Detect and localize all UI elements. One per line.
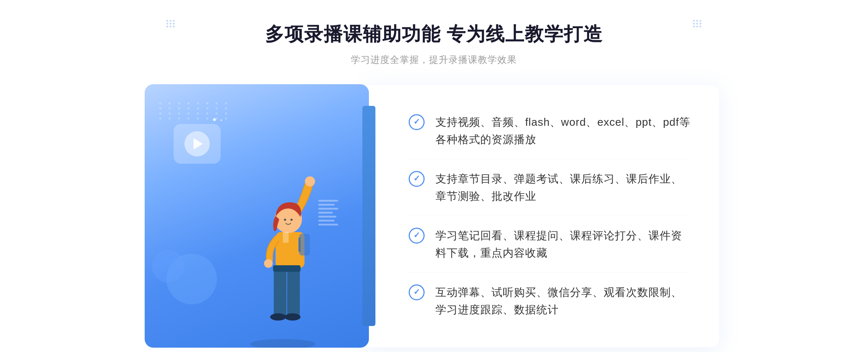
header-section: 多项录播课辅助功能 专为线上教学打造 学习进度全掌握，提升录播课教学效果 — [265, 22, 603, 66]
dots-decoration-left — [166, 20, 175, 29]
check-circle-2: ✓ — [409, 171, 425, 187]
svg-rect-8 — [287, 266, 300, 317]
svg-rect-13 — [299, 234, 310, 256]
feature-item-4: ✓ 互动弹幕、试听购买、微信分享、观看次数限制、学习进度跟踪、数据统计 — [409, 273, 690, 329]
features-panel: ✓ 支持视频、音频、flash、word、excel、ppt、pdf等各种格式的… — [365, 84, 720, 348]
svg-point-10 — [270, 313, 286, 321]
circle-decoration-small — [152, 250, 184, 283]
figure-container — [218, 145, 348, 348]
svg-rect-7 — [274, 266, 286, 317]
content-area: » — [145, 84, 723, 348]
sub-title: 学习进度全掌握，提升录播课教学效果 — [265, 53, 603, 66]
check-mark-3: ✓ — [413, 231, 420, 239]
check-icon-1: ✓ — [409, 114, 425, 130]
sparkle-decoration — [212, 117, 224, 124]
svg-point-6 — [264, 259, 273, 268]
svg-point-0 — [250, 339, 315, 348]
svg-point-1 — [305, 176, 315, 186]
main-title: 多项录播课辅助功能 专为线上教学打造 — [265, 22, 603, 47]
feature-item-2: ✓ 支持章节目录、弹题考试、课后练习、课后作业、章节测验、批改作业 — [409, 159, 690, 216]
check-icon-3: ✓ — [409, 228, 425, 244]
feature-item-1: ✓ 支持视频、音频、flash、word、excel、ppt、pdf等各种格式的… — [409, 103, 690, 159]
feature-text-1: 支持视频、音频、flash、word、excel、ppt、pdf等各种格式的资源… — [435, 113, 690, 148]
check-circle-4: ✓ — [409, 284, 425, 300]
feature-text-2: 支持章节目录、弹题考试、课后练习、课后作业、章节测验、批改作业 — [435, 170, 690, 205]
svg-rect-9 — [273, 265, 301, 272]
page-container: 多项录播课辅助功能 专为线上教学打造 学习进度全掌握，提升录播课教学效果 » — [0, 0, 868, 352]
feature-item-3: ✓ 学习笔记回看、课程提问、课程评论打分、课件资料下载，重点内容收藏 — [409, 216, 690, 273]
dots-decoration-right — [693, 20, 702, 29]
svg-rect-14 — [298, 237, 301, 252]
check-mark-1: ✓ — [413, 118, 420, 126]
play-icon-circle — [184, 131, 210, 156]
illustration-card — [145, 84, 369, 348]
play-triangle-icon — [193, 138, 203, 150]
svg-point-11 — [285, 313, 301, 321]
check-icon-4: ✓ — [409, 284, 425, 300]
check-icon-2: ✓ — [409, 171, 425, 187]
check-circle-3: ✓ — [409, 228, 425, 244]
feature-text-3: 学习笔记回看、课程提问、课程评论打分、课件资料下载，重点内容收藏 — [435, 227, 690, 262]
svg-point-4 — [284, 219, 286, 221]
check-circle-1: ✓ — [409, 114, 425, 130]
check-mark-2: ✓ — [413, 175, 420, 183]
svg-point-5 — [290, 219, 293, 221]
feature-text-4: 互动弹幕、试听购买、微信分享、观看次数限制、学习进度跟踪、数据统计 — [435, 284, 690, 318]
play-bubble — [174, 124, 221, 164]
accent-bar — [362, 106, 375, 326]
person-illustration — [232, 153, 341, 348]
svg-rect-12 — [283, 232, 289, 243]
check-mark-4: ✓ — [413, 288, 420, 296]
